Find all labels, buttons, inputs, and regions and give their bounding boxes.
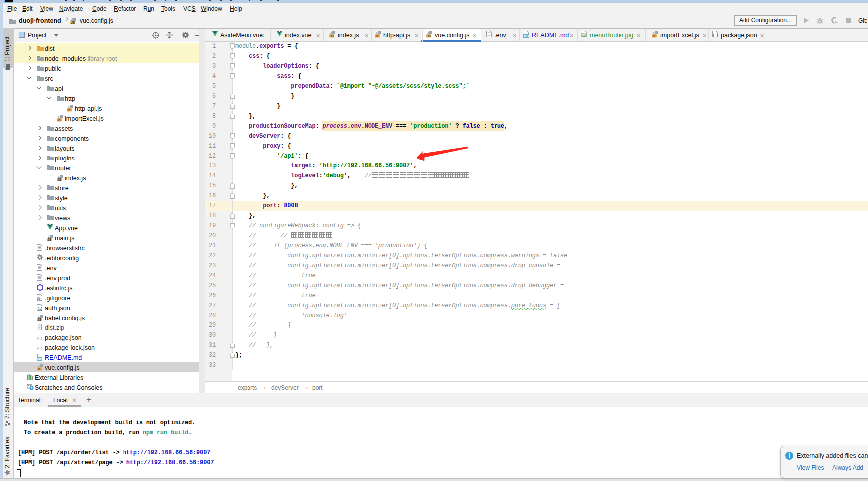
- svg-text:{..}: {..}: [713, 33, 718, 37]
- svg-text:{..}: {..}: [37, 336, 42, 340]
- svg-text:JS: JS: [37, 318, 42, 321]
- svg-text:JS: JS: [57, 178, 62, 181]
- svg-text:JS: JS: [427, 34, 431, 38]
- svg-text:JS: JS: [375, 34, 380, 38]
- svg-text:MD: MD: [524, 34, 529, 38]
- svg-text:JS: JS: [47, 238, 52, 241]
- svg-text:MD: MD: [37, 357, 42, 361]
- svg-text:JS: JS: [67, 108, 72, 112]
- svg-text:JS: JS: [57, 118, 62, 122]
- svg-text:JS: JS: [652, 34, 657, 38]
- svg-text:JS: JS: [330, 34, 334, 38]
- svg-text:JS: JS: [37, 367, 42, 371]
- svg-text:{..}: {..}: [37, 346, 42, 350]
- svg-text:JS: JS: [71, 21, 75, 24]
- svg-text:{..}: {..}: [37, 306, 42, 311]
